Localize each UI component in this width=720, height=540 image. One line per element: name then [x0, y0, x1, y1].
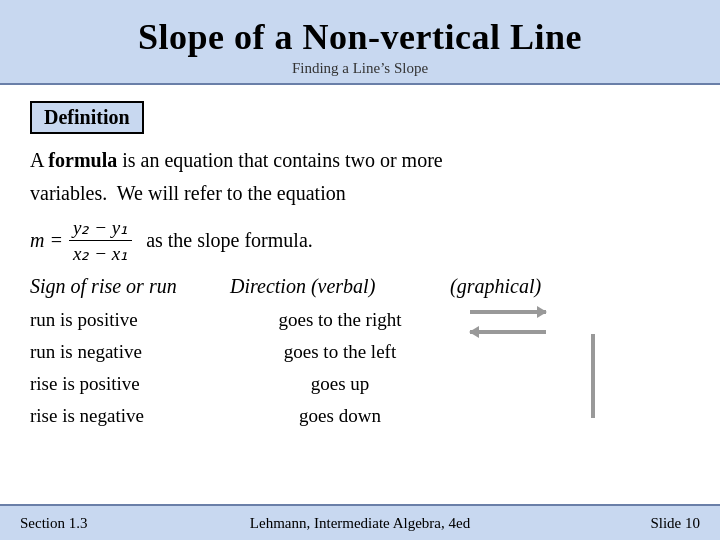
- table-header-row: Sign of rise or run Direction (verbal) (…: [30, 275, 690, 298]
- formula-m: m =: [30, 229, 63, 252]
- col-sign-header: Sign of rise or run: [30, 275, 230, 298]
- col3-header-text: (graphical): [450, 275, 541, 297]
- definition-label: Definition: [44, 106, 130, 128]
- col1-header-text: Sign of rise or run: [30, 275, 177, 297]
- subtitle: Finding a Line’s Slope: [30, 60, 690, 77]
- col2-header-text: Direction (verbal): [230, 275, 375, 297]
- row1-direction: goes to the right: [230, 304, 450, 336]
- row2-sign: run is negative: [30, 336, 230, 368]
- formula-line: m = y₂ − y₁ x₂ − x₁ as the slope formula…: [30, 216, 690, 265]
- row4-sign: rise is negative: [30, 400, 230, 432]
- slide-footer: Section 1.3 Lehmann, Intermediate Algebr…: [0, 504, 720, 540]
- fraction: y₂ − y₁ x₂ − x₁: [69, 216, 132, 265]
- arrow-right-head: [537, 306, 547, 318]
- main-content: Definition A formula is an equation that…: [0, 85, 720, 504]
- body-text-line2: variables. We will refer to the equation: [30, 179, 690, 208]
- row3-direction: goes up: [230, 368, 450, 400]
- slope-formula-text: as the slope formula.: [146, 229, 313, 252]
- arrow-left-head: [469, 326, 479, 338]
- body-text-line1: A formula is an equation that contains t…: [30, 146, 690, 175]
- formula-expression: m = y₂ − y₁ x₂ − x₁: [30, 216, 132, 265]
- slide: Slope of a Non-vertical Line Finding a L…: [0, 0, 720, 540]
- definition-box: Definition: [30, 101, 144, 134]
- slide-header: Slope of a Non-vertical Line Finding a L…: [0, 0, 720, 83]
- col-directions: goes to the right goes to the left goes …: [230, 304, 450, 433]
- vertical-bar-graphic: [591, 334, 595, 418]
- footer-author: Lehmann, Intermediate Algebra, 4ed: [250, 515, 470, 532]
- col-signs: run is positive run is negative rise is …: [30, 304, 230, 433]
- fraction-bottom: x₂ − x₁: [69, 241, 132, 265]
- arrow-left-graphic: [470, 330, 546, 334]
- main-title: Slope of a Non-vertical Line: [30, 18, 690, 58]
- arrow-left-line: [470, 330, 546, 334]
- arrow-right-line: [470, 310, 546, 314]
- fraction-top: y₂ − y₁: [69, 216, 132, 241]
- arrow-right-graphic: [470, 310, 546, 314]
- footer-slide: Slide 10: [650, 515, 700, 532]
- row1-sign: run is positive: [30, 304, 230, 336]
- row2-direction: goes to the left: [230, 336, 450, 368]
- row3-sign: rise is positive: [30, 368, 230, 400]
- col-graphical: [450, 304, 650, 433]
- table-section: Sign of rise or run Direction (verbal) (…: [30, 275, 690, 433]
- col-graphical-header: (graphical): [450, 275, 630, 298]
- row4-direction: goes down: [230, 400, 450, 432]
- bold-formula: formula: [48, 149, 117, 171]
- col-direction-header: Direction (verbal): [230, 275, 450, 298]
- table-body: run is positive run is negative rise is …: [30, 304, 690, 433]
- footer-section: Section 1.3: [20, 515, 88, 532]
